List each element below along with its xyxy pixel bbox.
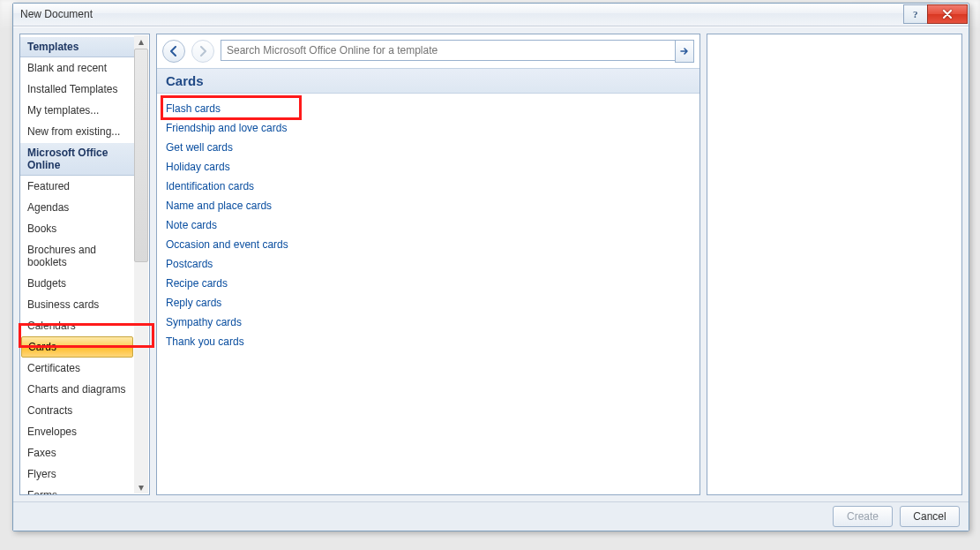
subcat-friendship[interactable]: Friendship and love cards (157, 118, 699, 138)
svg-text:?: ? (913, 9, 918, 19)
templates-sidebar: Templates Blank and recent Installed Tem… (19, 34, 150, 495)
scroll-thumb[interactable] (134, 49, 148, 262)
sidebar-header-templates: Templates (20, 36, 134, 57)
sidebar-item-certificates[interactable]: Certificates (20, 358, 134, 379)
scroll-down-icon[interactable]: ▾ (135, 481, 147, 493)
search-input[interactable] (221, 40, 675, 61)
nav-forward-button[interactable] (191, 40, 214, 63)
sidebar-item-my[interactable]: My templates... (20, 100, 134, 121)
close-button[interactable] (927, 4, 968, 24)
subcat-flash[interactable]: Flash cards (157, 99, 699, 118)
scroll-up-icon[interactable]: ▴ (135, 35, 147, 48)
content-panel: Cards Flash cards Friendship and love ca… (156, 34, 700, 495)
subcat-recipe[interactable]: Recipe cards (157, 274, 699, 293)
preview-panel (707, 34, 962, 495)
subcat-id[interactable]: Identification cards (157, 177, 699, 196)
create-button[interactable]: Create (833, 506, 893, 527)
sidebar-item-contracts[interactable]: Contracts (20, 400, 134, 421)
category-title: Cards (157, 68, 699, 94)
subcat-name[interactable]: Name and place cards (157, 196, 699, 215)
subcat-occasion[interactable]: Occasion and event cards (157, 235, 699, 254)
cancel-button[interactable]: Cancel (900, 506, 960, 527)
search-go-button[interactable] (675, 40, 694, 63)
sidebar-item-charts[interactable]: Charts and diagrams (20, 379, 134, 400)
new-document-dialog: New Document ? Templates Blank and recen… (12, 3, 969, 531)
sidebar-item-flyers[interactable]: Flyers (20, 463, 134, 485)
sidebar-item-featured[interactable]: Featured (20, 176, 134, 197)
sidebar-header-online: Microsoft Office Online (20, 142, 134, 176)
subcat-sympathy[interactable]: Sympathy cards (157, 313, 699, 332)
sidebar-item-brochures[interactable]: Brochures and booklets (20, 239, 134, 273)
subcat-thankyou[interactable]: Thank you cards (157, 332, 699, 351)
titlebar: New Document ? (13, 4, 969, 26)
subcat-getwell[interactable]: Get well cards (157, 138, 699, 157)
sidebar-item-calendars[interactable]: Calendars (20, 315, 134, 336)
sidebar-item-forms[interactable]: Forms (20, 485, 134, 494)
sidebar-item-agendas[interactable]: Agendas (20, 197, 134, 218)
subcat-holiday[interactable]: Holiday cards (157, 157, 699, 177)
sidebar-item-blank[interactable]: Blank and recent (20, 57, 134, 79)
window-title: New Document (20, 4, 93, 26)
sidebar-scrollbar[interactable]: ▴ ▾ (134, 35, 148, 493)
sidebar-item-installed[interactable]: Installed Templates (20, 79, 134, 100)
sidebar-item-existing[interactable]: New from existing... (20, 121, 134, 142)
sidebar-item-bizcards[interactable]: Business cards (20, 294, 134, 315)
sidebar-item-faxes[interactable]: Faxes (20, 442, 134, 463)
sidebar-item-cards[interactable]: Cards (21, 336, 133, 358)
subcat-reply[interactable]: Reply cards (157, 293, 699, 313)
subcat-postcards[interactable]: Postcards (157, 254, 699, 274)
sidebar-item-books[interactable]: Books (20, 218, 134, 239)
help-button[interactable]: ? (903, 4, 928, 24)
sidebar-item-envelopes[interactable]: Envelopes (20, 421, 134, 442)
subcat-note[interactable]: Note cards (157, 215, 699, 235)
sidebar-item-budgets[interactable]: Budgets (20, 273, 134, 294)
nav-back-button[interactable] (162, 40, 185, 63)
